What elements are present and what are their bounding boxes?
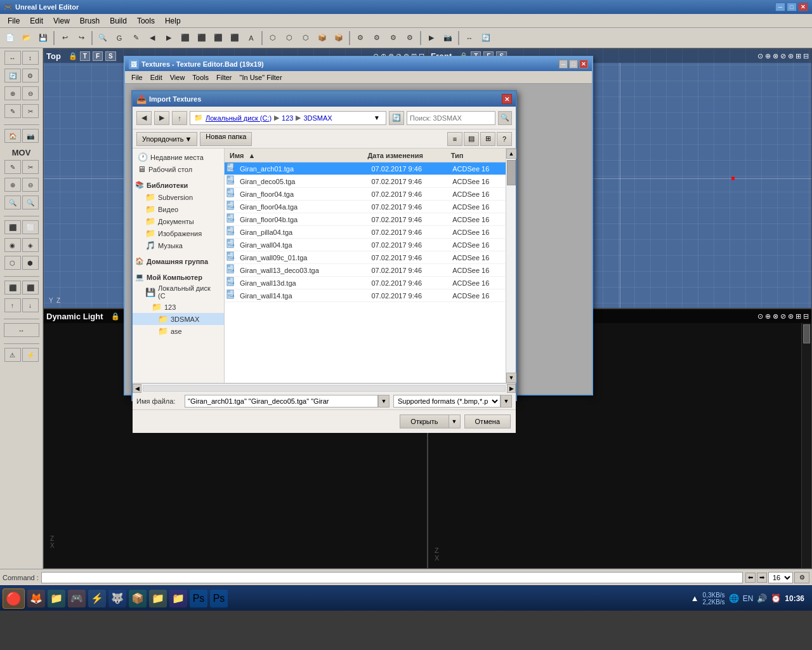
left-tool-8[interactable]: ✂ — [22, 104, 39, 118]
sidebar-recent[interactable]: 🕐 Недавние места — [133, 151, 224, 163]
toolbar-t8[interactable]: ⬛ — [227, 30, 242, 46]
toolbar-t11[interactable]: ⬡ — [282, 30, 297, 46]
te-menu-file[interactable]: File — [128, 72, 147, 83]
col-header-type[interactable]: Тип — [449, 152, 506, 159]
sidebar-images[interactable]: 📁 Изображения — [133, 227, 224, 239]
id-close[interactable]: ✕ — [502, 94, 512, 104]
menu-help[interactable]: Help — [160, 15, 186, 27]
title-bar-controls[interactable]: ─ □ ✕ — [775, 3, 808, 11]
taskbar-photoshop1[interactable]: Ps — [190, 590, 207, 607]
toolbar-move[interactable]: ↔ — [462, 30, 477, 46]
file-row[interactable]: TGA Giran_wall13d.tga 07.02.2017 9:46 AC… — [225, 277, 506, 289]
format-dropdown[interactable]: ▼ — [501, 395, 512, 408]
left-tool-26[interactable]: ↓ — [22, 298, 39, 312]
file-row[interactable]: TGA Giran_wall14.tga 07.02.2017 9:46 ACD… — [225, 289, 506, 302]
left-tool-23[interactable]: ⬛ — [4, 281, 21, 295]
taskbar-folder[interactable]: 📁 — [48, 590, 65, 607]
toolbar-t16[interactable]: ⚙ — [369, 30, 384, 46]
toolbar-t15[interactable]: ⚙ — [353, 30, 368, 46]
id-back[interactable]: ◀ — [136, 111, 152, 125]
left-tool-11[interactable]: ✎ — [4, 160, 21, 174]
col-header-date[interactable]: Дата изменения — [365, 152, 449, 159]
sidebar-homegroup[interactable]: 🏠 Домашняя группа — [133, 255, 224, 267]
taskbar-arrow-up[interactable]: ▲ — [691, 594, 699, 603]
left-tool-14[interactable]: ⊖ — [22, 178, 39, 192]
te-menu-edit[interactable]: Edit — [147, 72, 166, 83]
taskbar-app5[interactable]: 📁 — [169, 590, 187, 607]
toolbar-t7[interactable]: ⬛ — [211, 30, 226, 46]
minimize-button[interactable]: ─ — [775, 3, 785, 11]
toolbar-t17[interactable]: ⚙ — [386, 30, 401, 46]
bc-dropdown[interactable]: ▼ — [372, 113, 382, 123]
toolbar-t4[interactable]: ▶ — [161, 30, 176, 46]
menu-view[interactable]: View — [48, 15, 75, 27]
command-input[interactable] — [41, 572, 743, 583]
te-maximize[interactable]: □ — [569, 60, 578, 69]
format-select[interactable]: Supported formats (*.bmp,*.p — [393, 395, 501, 408]
left-tool-20[interactable]: ◈ — [22, 238, 39, 252]
left-tool-27[interactable]: ↔ — [4, 323, 39, 337]
open-dropdown-arrow[interactable]: ▼ — [449, 415, 461, 428]
left-tool-17[interactable]: ⬛ — [4, 220, 21, 234]
scrollbar-thumb[interactable] — [803, 324, 810, 343]
toolbar-t2[interactable]: ✎ — [128, 30, 143, 46]
viewport-3d-scrollbar[interactable] — [801, 323, 811, 568]
scroll-down[interactable]: ▼ — [506, 373, 516, 383]
toolbar-save[interactable]: 💾 — [36, 30, 51, 46]
te-menu-filter[interactable]: Filter — [213, 72, 235, 83]
taskbar-lang[interactable]: EN — [743, 594, 754, 603]
toolbar-undo[interactable]: ↩ — [57, 30, 72, 46]
search-input[interactable] — [407, 111, 495, 125]
toolbar-t12[interactable]: ⬡ — [298, 30, 313, 46]
start-button[interactable]: 🔴 — [3, 588, 25, 609]
taskbar-volume-icon[interactable]: 🔊 — [757, 594, 767, 603]
h-scroll-right[interactable]: ▶ — [507, 384, 516, 393]
left-tool-5[interactable]: ⊕ — [4, 86, 21, 100]
left-tool-28[interactable]: ⚠ — [4, 348, 21, 362]
menu-brush[interactable]: Brush — [75, 15, 105, 27]
toolbar-open[interactable]: 📂 — [19, 30, 34, 46]
sidebar-folder-ase[interactable]: 📁 ase — [133, 325, 224, 337]
left-tool-22[interactable]: ⬢ — [22, 256, 39, 270]
sidebar-music[interactable]: 🎵 Музыка — [133, 239, 224, 251]
file-row[interactable]: TGA Giran_deco05.tga 07.02.2017 9:46 ACD… — [225, 175, 506, 188]
left-tool-2[interactable]: ↕ — [22, 51, 39, 65]
taskbar-firefox[interactable]: 🦊 — [27, 590, 45, 607]
file-row[interactable]: TGA Giran_wall04.tga 07.02.2017 9:46 ACD… — [225, 239, 506, 251]
cancel-button[interactable]: Отмена — [464, 415, 511, 428]
id-forward[interactable]: ▶ — [154, 111, 169, 125]
filename-dropdown[interactable]: ▼ — [378, 395, 390, 408]
te-close[interactable]: ✕ — [579, 60, 588, 69]
toolbar-t6[interactable]: ⬛ — [194, 30, 209, 46]
file-row[interactable]: TGA Giran_floor04b.tga 07.02.2017 9:46 A… — [225, 213, 506, 226]
te-menu-view[interactable]: View — [166, 72, 189, 83]
scroll-thumb[interactable] — [507, 160, 516, 185]
taskbar-app3[interactable]: 📦 — [129, 590, 147, 607]
scroll-track[interactable] — [506, 159, 516, 373]
menu-edit[interactable]: Edit — [25, 15, 48, 27]
left-tool-6[interactable]: ⊖ — [22, 86, 39, 100]
vp-top-t-btn[interactable]: T — [80, 51, 90, 61]
view-details[interactable]: ▤ — [464, 132, 479, 146]
toolbar-rot[interactable]: 🔄 — [478, 30, 494, 46]
taskbar-app1[interactable]: ⚡ — [88, 590, 106, 607]
left-tool-16[interactable]: 🔍 — [22, 196, 39, 209]
cmd-btn-2[interactable]: ➡ — [757, 573, 767, 583]
toolbar-play[interactable]: ▶ — [424, 30, 439, 46]
te-minimize[interactable]: ─ — [559, 60, 568, 69]
cmd-size-select[interactable]: 16 — [768, 572, 793, 583]
file-row[interactable]: TGA Giran_wall13_deco03.tga 07.02.2017 9… — [225, 264, 506, 277]
left-tool-25[interactable]: ↑ — [4, 298, 21, 312]
toolbar-cam[interactable]: 📷 — [440, 30, 455, 46]
file-row[interactable]: TGA Giran_floor04a.tga 07.02.2017 9:46 A… — [225, 201, 506, 213]
id-up[interactable]: ↑ — [172, 111, 187, 125]
menu-tools[interactable]: Tools — [132, 15, 160, 27]
toolbar-t3[interactable]: ◀ — [145, 30, 160, 46]
h-scroll-left[interactable]: ◀ — [133, 384, 141, 393]
taskbar-unreal[interactable]: 🎮 — [68, 590, 86, 607]
left-tool-12[interactable]: ✂ — [22, 160, 39, 174]
toolbar-t10[interactable]: ⬡ — [265, 30, 280, 46]
close-button[interactable]: ✕ — [798, 3, 808, 11]
sidebar-folder-3dsmax[interactable]: 📁 3DSMAX — [133, 313, 224, 325]
open-button[interactable]: Открыть — [400, 415, 449, 428]
